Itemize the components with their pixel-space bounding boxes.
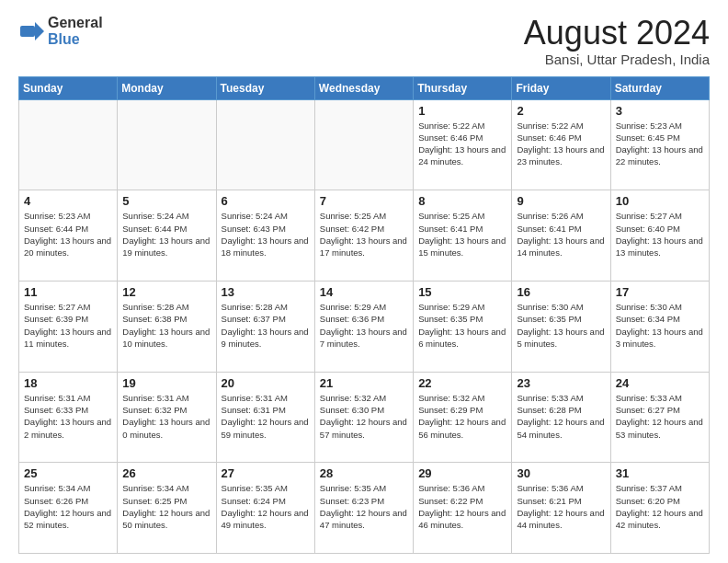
logo: General Blue — [18, 15, 103, 47]
day-info: Sunrise: 5:32 AM Sunset: 6:30 PM Dayligh… — [320, 392, 408, 441]
day-number: 2 — [517, 104, 605, 118]
calendar-day-header: Sunday — [19, 76, 118, 99]
calendar-day-header: Monday — [118, 76, 216, 99]
day-number: 21 — [320, 376, 408, 390]
day-number: 4 — [24, 194, 112, 208]
calendar-cell: 9Sunrise: 5:26 AM Sunset: 6:41 PM Daylig… — [512, 190, 610, 282]
day-number: 22 — [418, 376, 506, 390]
day-info: Sunrise: 5:36 AM Sunset: 6:21 PM Dayligh… — [517, 482, 605, 531]
calendar-cell: 15Sunrise: 5:29 AM Sunset: 6:35 PM Dayli… — [414, 281, 512, 372]
calendar-cell: 30Sunrise: 5:36 AM Sunset: 6:21 PM Dayli… — [512, 463, 610, 554]
calendar-cell: 28Sunrise: 5:35 AM Sunset: 6:23 PM Dayli… — [314, 463, 413, 554]
location: Bansi, Uttar Pradesh, India — [524, 52, 710, 67]
day-number: 16 — [517, 285, 605, 299]
day-info: Sunrise: 5:35 AM Sunset: 6:24 PM Dayligh… — [222, 482, 310, 531]
day-number: 1 — [418, 104, 506, 118]
calendar-cell — [118, 99, 216, 190]
calendar-cell — [19, 99, 118, 190]
calendar-cell: 16Sunrise: 5:30 AM Sunset: 6:35 PM Dayli… — [512, 281, 610, 372]
calendar-cell: 31Sunrise: 5:37 AM Sunset: 6:20 PM Dayli… — [610, 463, 709, 554]
day-info: Sunrise: 5:30 AM Sunset: 6:35 PM Dayligh… — [517, 301, 605, 350]
month-title: August 2024 — [524, 15, 710, 52]
calendar-day-header: Friday — [512, 76, 610, 99]
day-number: 28 — [320, 466, 408, 480]
day-number: 30 — [517, 466, 605, 480]
calendar-cell — [314, 99, 413, 190]
header: General Blue August 2024 Bansi, Uttar Pr… — [18, 15, 710, 67]
calendar-day-header: Thursday — [414, 76, 512, 99]
day-info: Sunrise: 5:27 AM Sunset: 6:39 PM Dayligh… — [24, 301, 112, 350]
calendar-cell: 29Sunrise: 5:36 AM Sunset: 6:22 PM Dayli… — [414, 463, 512, 554]
day-info: Sunrise: 5:35 AM Sunset: 6:23 PM Dayligh… — [320, 482, 408, 531]
calendar-cell: 24Sunrise: 5:33 AM Sunset: 6:27 PM Dayli… — [610, 372, 709, 463]
day-info: Sunrise: 5:30 AM Sunset: 6:34 PM Dayligh… — [616, 301, 704, 350]
calendar-cell — [216, 99, 314, 190]
day-number: 20 — [222, 376, 310, 390]
day-number: 5 — [122, 194, 210, 208]
calendar-cell: 4Sunrise: 5:23 AM Sunset: 6:44 PM Daylig… — [19, 190, 118, 282]
day-number: 3 — [616, 104, 704, 118]
calendar-cell: 23Sunrise: 5:33 AM Sunset: 6:28 PM Dayli… — [512, 372, 610, 463]
day-number: 29 — [418, 466, 506, 480]
logo-blue-text: Blue — [48, 31, 103, 48]
day-info: Sunrise: 5:25 AM Sunset: 6:42 PM Dayligh… — [320, 210, 408, 259]
day-info: Sunrise: 5:32 AM Sunset: 6:29 PM Dayligh… — [418, 392, 506, 441]
calendar-cell: 26Sunrise: 5:34 AM Sunset: 6:25 PM Dayli… — [118, 463, 216, 554]
calendar-header-row: SundayMondayTuesdayWednesdayThursdayFrid… — [19, 76, 710, 99]
logo-text: General Blue — [48, 15, 103, 47]
calendar-table: SundayMondayTuesdayWednesdayThursdayFrid… — [18, 76, 710, 554]
day-info: Sunrise: 5:23 AM Sunset: 6:44 PM Dayligh… — [24, 210, 112, 259]
day-number: 31 — [616, 466, 704, 480]
day-number: 6 — [222, 194, 310, 208]
day-info: Sunrise: 5:34 AM Sunset: 6:25 PM Dayligh… — [122, 482, 210, 531]
day-number: 26 — [122, 466, 210, 480]
calendar-cell: 18Sunrise: 5:31 AM Sunset: 6:33 PM Dayli… — [19, 372, 118, 463]
day-number: 17 — [616, 285, 704, 299]
calendar-day-header: Tuesday — [216, 76, 314, 99]
day-info: Sunrise: 5:31 AM Sunset: 6:32 PM Dayligh… — [122, 392, 210, 441]
day-info: Sunrise: 5:26 AM Sunset: 6:41 PM Dayligh… — [517, 210, 605, 259]
day-info: Sunrise: 5:22 AM Sunset: 6:46 PM Dayligh… — [517, 120, 605, 168]
day-number: 24 — [616, 376, 704, 390]
day-info: Sunrise: 5:31 AM Sunset: 6:33 PM Dayligh… — [24, 392, 112, 441]
day-number: 13 — [222, 285, 310, 299]
day-info: Sunrise: 5:28 AM Sunset: 6:37 PM Dayligh… — [222, 301, 310, 350]
calendar-cell: 20Sunrise: 5:31 AM Sunset: 6:31 PM Dayli… — [216, 372, 314, 463]
calendar-cell: 8Sunrise: 5:25 AM Sunset: 6:41 PM Daylig… — [414, 190, 512, 282]
day-info: Sunrise: 5:24 AM Sunset: 6:43 PM Dayligh… — [222, 210, 310, 259]
svg-marker-1 — [35, 22, 44, 40]
day-number: 14 — [320, 285, 408, 299]
day-number: 23 — [517, 376, 605, 390]
day-number: 27 — [222, 466, 310, 480]
day-info: Sunrise: 5:23 AM Sunset: 6:45 PM Dayligh… — [616, 120, 704, 168]
calendar-cell: 5Sunrise: 5:24 AM Sunset: 6:44 PM Daylig… — [118, 190, 216, 282]
svg-rect-0 — [20, 26, 35, 37]
calendar-cell: 25Sunrise: 5:34 AM Sunset: 6:26 PM Dayli… — [19, 463, 118, 554]
calendar-cell: 22Sunrise: 5:32 AM Sunset: 6:29 PM Dayli… — [414, 372, 512, 463]
title-block: August 2024 Bansi, Uttar Pradesh, India — [524, 15, 710, 67]
day-info: Sunrise: 5:22 AM Sunset: 6:46 PM Dayligh… — [418, 120, 506, 168]
calendar-day-header: Wednesday — [314, 76, 413, 99]
day-info: Sunrise: 5:29 AM Sunset: 6:36 PM Dayligh… — [320, 301, 408, 350]
day-info: Sunrise: 5:24 AM Sunset: 6:44 PM Dayligh… — [122, 210, 210, 259]
calendar-cell: 13Sunrise: 5:28 AM Sunset: 6:37 PM Dayli… — [216, 281, 314, 372]
day-info: Sunrise: 5:29 AM Sunset: 6:35 PM Dayligh… — [418, 301, 506, 350]
calendar-cell: 6Sunrise: 5:24 AM Sunset: 6:43 PM Daylig… — [216, 190, 314, 282]
calendar-cell: 17Sunrise: 5:30 AM Sunset: 6:34 PM Dayli… — [610, 281, 709, 372]
day-info: Sunrise: 5:25 AM Sunset: 6:41 PM Dayligh… — [418, 210, 506, 259]
day-number: 19 — [122, 376, 210, 390]
logo-icon — [18, 18, 44, 44]
calendar-day-header: Saturday — [610, 76, 709, 99]
calendar-cell: 12Sunrise: 5:28 AM Sunset: 6:38 PM Dayli… — [118, 281, 216, 372]
calendar-cell: 1Sunrise: 5:22 AM Sunset: 6:46 PM Daylig… — [414, 99, 512, 190]
day-number: 8 — [418, 194, 506, 208]
day-number: 12 — [122, 285, 210, 299]
calendar-week-row: 18Sunrise: 5:31 AM Sunset: 6:33 PM Dayli… — [19, 372, 710, 463]
day-info: Sunrise: 5:27 AM Sunset: 6:40 PM Dayligh… — [616, 210, 704, 259]
day-number: 10 — [616, 194, 704, 208]
day-number: 9 — [517, 194, 605, 208]
calendar-cell: 14Sunrise: 5:29 AM Sunset: 6:36 PM Dayli… — [314, 281, 413, 372]
day-number: 15 — [418, 285, 506, 299]
calendar-cell: 19Sunrise: 5:31 AM Sunset: 6:32 PM Dayli… — [118, 372, 216, 463]
calendar-cell: 27Sunrise: 5:35 AM Sunset: 6:24 PM Dayli… — [216, 463, 314, 554]
